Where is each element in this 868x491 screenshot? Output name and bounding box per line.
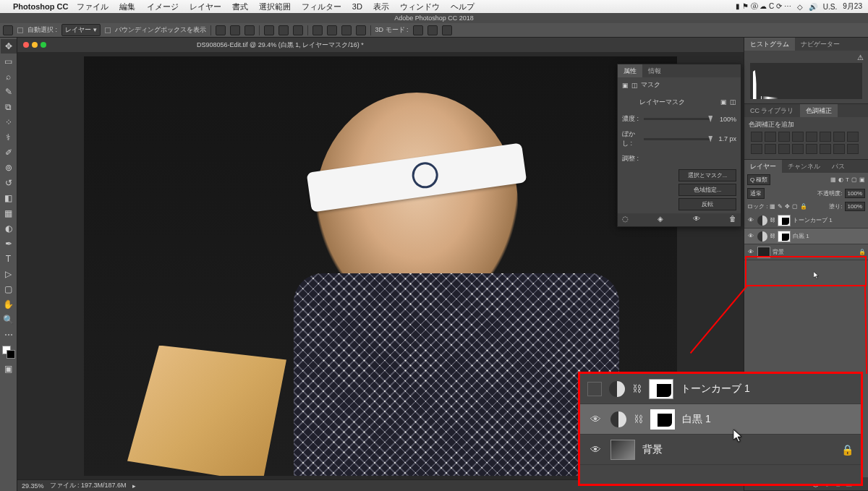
layer-name[interactable]: 背景: [642, 443, 663, 456]
histogram-warning-icon[interactable]: ⚠: [749, 54, 864, 61]
tab-info[interactable]: 情報: [642, 64, 667, 77]
menu-file[interactable]: ファイル: [77, 2, 109, 11]
color-range-button[interactable]: 色域指定...: [678, 184, 736, 196]
tab-navigator[interactable]: ナビゲーター: [795, 38, 846, 51]
adj-levels-icon[interactable]: [765, 132, 776, 142]
link-icon[interactable]: ⛓: [634, 414, 643, 424]
tab-properties[interactable]: 属性: [618, 64, 642, 77]
apply-mask-icon[interactable]: ◈: [658, 215, 663, 225]
feather-value[interactable]: 1.7 px: [715, 135, 736, 142]
filter-type-icon[interactable]: T: [846, 176, 849, 183]
menu-help[interactable]: ヘルプ: [451, 2, 475, 11]
inset-layer-background[interactable]: 👁 背景 🔒: [580, 435, 861, 465]
tab-paths[interactable]: パス: [826, 160, 851, 173]
brush-tool[interactable]: ✐: [1, 145, 17, 160]
mode3d-icon[interactable]: [427, 25, 438, 35]
adj-threshold-icon[interactable]: [820, 144, 831, 154]
menu-type[interactable]: 書式: [232, 2, 248, 11]
tool-preset-icon[interactable]: [3, 25, 13, 35]
eraser-tool[interactable]: ◧: [1, 191, 17, 205]
tab-cc-library[interactable]: CC ライブラリ: [744, 104, 800, 117]
adj-hue-icon[interactable]: [820, 132, 831, 142]
distribute-icon[interactable]: [293, 25, 303, 35]
tab-channels[interactable]: チャンネル: [782, 160, 826, 173]
layer-row-bw[interactable]: 👁 ⛓ 白黒 1: [744, 229, 868, 244]
filter-adjust-icon[interactable]: ◐: [838, 176, 843, 183]
delete-mask-icon[interactable]: 🗑: [729, 215, 736, 225]
lock-all-icon[interactable]: 🔒: [800, 203, 807, 210]
status-arrow-icon[interactable]: ▸: [132, 482, 136, 490]
mode3d-icon[interactable]: [413, 25, 423, 35]
menu-edit[interactable]: 編集: [119, 2, 135, 11]
tab-histogram[interactable]: ヒストグラム: [744, 38, 795, 51]
menubar-input-source[interactable]: U.S.: [823, 3, 837, 11]
adj-gradient-icon[interactable]: [833, 144, 845, 154]
window-controls[interactable]: [23, 42, 46, 48]
hand-tool[interactable]: ✋: [1, 297, 17, 312]
gradient-tool[interactable]: ▦: [1, 206, 17, 221]
distribute-icon[interactable]: [278, 25, 289, 35]
quick-select-tool[interactable]: ✎: [1, 85, 17, 99]
layer-name[interactable]: トーンカーブ 1: [793, 216, 833, 224]
toolbox-more[interactable]: ⋯: [1, 328, 17, 342]
adj-selective-icon[interactable]: [847, 144, 859, 154]
mode3d-icon[interactable]: [442, 25, 452, 35]
shape-tool[interactable]: ▢: [1, 282, 17, 296]
adj-lookup-icon[interactable]: [778, 144, 790, 154]
crop-tool[interactable]: ⧉: [1, 100, 17, 114]
visibility-icon[interactable]: 👁: [746, 233, 755, 239]
layer-mask-thumb[interactable]: [778, 215, 791, 226]
visibility-icon[interactable]: 👁: [587, 413, 603, 425]
layer-name[interactable]: 白黒 1: [682, 413, 711, 426]
menubar-wifi-icon[interactable]: ◇: [797, 3, 803, 11]
layer-mask-thumb[interactable]: [649, 379, 673, 399]
history-brush-tool[interactable]: ↺: [1, 176, 17, 190]
menubar-volume-icon[interactable]: 🔊: [809, 3, 817, 11]
inset-layer-bw[interactable]: 👁 ⛓ 白黒 1: [580, 404, 861, 435]
bbox-checkbox[interactable]: [105, 27, 111, 33]
mask-select-icon[interactable]: ▣: [720, 98, 727, 106]
distribute-icon[interactable]: [341, 25, 352, 35]
menu-view[interactable]: 表示: [373, 2, 389, 11]
dodge-tool[interactable]: ◐: [1, 221, 17, 236]
adj-photo-filter-icon[interactable]: [751, 144, 762, 154]
filter-smart-icon[interactable]: ▣: [859, 176, 865, 183]
overflow-icon[interactable]: [356, 25, 366, 35]
layer-row-curves[interactable]: 👁 ⛓ トーンカーブ 1: [744, 213, 868, 229]
color-swatch[interactable]: [2, 346, 15, 359]
density-slider[interactable]: [644, 118, 712, 120]
filter-pixel-icon[interactable]: ▦: [830, 176, 836, 183]
adj-bw-icon[interactable]: [847, 132, 859, 142]
adj-balance-icon[interactable]: [833, 132, 845, 142]
adj-brightness-icon[interactable]: [751, 132, 762, 142]
layer-mask-thumb[interactable]: [778, 231, 791, 242]
select-and-mask-button[interactable]: 選択とマスク...: [678, 169, 736, 182]
distribute-icon[interactable]: [327, 25, 337, 35]
zoom-tool[interactable]: 🔍: [1, 312, 17, 327]
path-select-tool[interactable]: ▷: [1, 267, 17, 281]
mask-pixel-icon[interactable]: ▣: [622, 82, 629, 89]
opacity-value[interactable]: 100%: [845, 189, 865, 198]
inset-layer-curves[interactable]: ⛓ トーンカーブ 1: [580, 374, 861, 404]
visibility-icon[interactable]: 👁: [587, 443, 603, 456]
layer-name[interactable]: トーンカーブ 1: [681, 383, 750, 396]
healing-tool[interactable]: ⚕: [1, 130, 17, 145]
filter-shape-icon[interactable]: ▢: [851, 176, 857, 183]
link-icon[interactable]: ⛓: [632, 383, 642, 394]
adj-posterize-icon[interactable]: [806, 144, 817, 154]
lock-artboard-icon[interactable]: ▢: [792, 203, 798, 210]
layer-thumb[interactable]: [610, 440, 635, 460]
density-value[interactable]: 100%: [715, 116, 736, 123]
visibility-icon[interactable]: 👁: [746, 217, 755, 223]
load-selection-icon[interactable]: ◌: [622, 215, 629, 225]
invert-button[interactable]: 反転: [678, 198, 736, 210]
lock-position-icon[interactable]: ✥: [785, 203, 790, 210]
fill-value[interactable]: 100%: [845, 202, 865, 211]
menu-layer[interactable]: レイヤー: [190, 2, 221, 11]
zoom-level[interactable]: 29.35%: [22, 482, 44, 490]
layer-filter-dropdown[interactable]: Q 種類: [747, 174, 770, 185]
marquee-tool[interactable]: ▭: [1, 54, 17, 69]
distribute-icon[interactable]: [264, 25, 274, 35]
disable-mask-icon[interactable]: 👁: [693, 215, 700, 225]
pen-tool[interactable]: ✒: [1, 236, 17, 251]
